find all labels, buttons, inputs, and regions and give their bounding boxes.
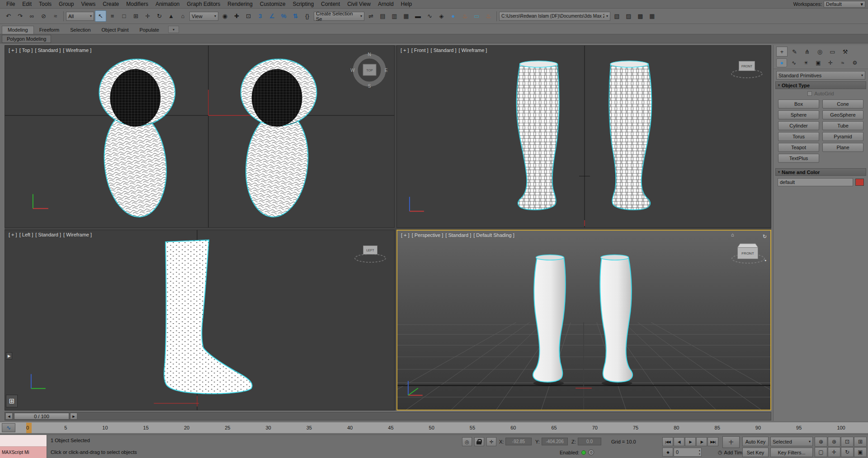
workspace-dropdown[interactable]: Default ▾ — [824, 1, 865, 8]
primitive-button[interactable]: Box — [778, 99, 819, 109]
name-and-color-rollout-header[interactable]: ▾ Name and Color — [775, 168, 866, 176]
menu-item[interactable]: Modifiers — [123, 0, 152, 8]
window-crossing-icon[interactable]: ⊞ — [130, 10, 142, 22]
viewcube-orbit-icon[interactable]: ↻ — [763, 234, 767, 240]
rectangular-selection-region-icon[interactable]: □ — [118, 10, 130, 22]
viewport-label-segment[interactable]: [ Standard ] — [431, 47, 457, 53]
primitive-button[interactable]: Teapot — [778, 143, 819, 152]
mirror-icon[interactable]: ⇌ — [365, 10, 377, 22]
selection-lock-icon[interactable] — [474, 437, 484, 446]
subcategory-dropdown[interactable]: Standard Primitives ▾ — [776, 71, 865, 80]
select-and-rotate-icon[interactable]: ↻ — [154, 10, 165, 22]
shapes-category-icon[interactable]: ∿ — [788, 58, 799, 67]
undo-icon[interactable]: ↶ — [3, 10, 14, 22]
enabled-count-badge[interactable]: 0 — [588, 449, 594, 455]
modify-tab[interactable]: ✎ — [789, 47, 800, 57]
zoom-all-icon[interactable]: ⊛ — [828, 437, 840, 447]
menu-item[interactable]: Rendering — [224, 0, 256, 8]
viewport-label-segment[interactable]: [ Standard ] — [445, 232, 471, 238]
select-by-name-icon[interactable]: ≡ — [107, 10, 118, 22]
cameras-category-icon[interactable]: ▣ — [813, 58, 824, 67]
bind-to-space-warp-icon[interactable]: ≈ — [50, 10, 61, 22]
primitive-button[interactable]: Sphere — [778, 110, 819, 119]
next-frame-icon[interactable]: |▶ — [696, 437, 707, 446]
viewport-label-segment[interactable]: [ Left ] — [19, 232, 33, 237]
lights-category-icon[interactable]: ☀ — [801, 58, 811, 67]
spinner-snap-icon[interactable]: ⇅ — [290, 10, 301, 22]
viewport-label-segment[interactable]: [ Wireframe ] — [63, 232, 92, 237]
viewcube-face-label[interactable]: LEFT — [363, 246, 377, 255]
menu-item[interactable]: Content — [317, 0, 344, 8]
align-icon[interactable]: ▤ — [377, 10, 388, 22]
viewcube[interactable]: FRONT — [730, 241, 766, 265]
next-frame-arrow-icon[interactable]: ► — [70, 413, 77, 420]
viewport-top[interactable]: [ + ][ Top ][ Standard ][ Wireframe ] TO… — [5, 45, 395, 228]
helpers-category-icon[interactable]: ✛ — [825, 58, 836, 67]
isolate-selection-icon[interactable]: ◎ — [462, 437, 472, 446]
menu-item[interactable]: Help — [397, 0, 416, 8]
viewport-label-segment[interactable]: [ Front ] — [411, 47, 429, 53]
go-to-start-icon[interactable]: |◀◀ — [662, 437, 673, 446]
named-selection-sets-dropdown[interactable]: Create Selection Se▾ — [314, 12, 364, 21]
viewcube-mini[interactable]: LEFT — [353, 244, 387, 264]
primitive-button[interactable]: Plane — [822, 143, 863, 152]
redo-icon[interactable]: ↷ — [14, 10, 26, 22]
viewcube-compass[interactable]: TOP N E S W — [350, 50, 389, 89]
previous-frame-arrow-icon[interactable]: ◄ — [5, 413, 13, 420]
viewport-label-segment[interactable]: [ Perspective ] — [412, 232, 443, 238]
auto-key-button[interactable]: Auto Key — [742, 437, 769, 446]
systems-category-icon[interactable]: ⚙ — [849, 58, 860, 67]
ribbon-tab[interactable]: Object Paint — [96, 26, 134, 34]
reference-coordinate-dropdown[interactable]: View▾ — [189, 12, 218, 21]
percent-snap-icon[interactable]: % — [278, 10, 289, 22]
selection-filter-dropdown[interactable]: All▾ — [66, 12, 94, 21]
pan-icon[interactable]: ✛ — [828, 447, 840, 457]
x-coord-field[interactable]: -92.85 — [505, 438, 532, 445]
menu-item[interactable]: Scripting — [289, 0, 317, 8]
schematic-view-icon[interactable]: ◈ — [436, 10, 447, 22]
select-and-link-icon[interactable]: ∞ — [26, 10, 38, 22]
maximize-viewport-icon[interactable]: ▣ — [854, 447, 867, 457]
key-mode-toggle-icon[interactable]: ◆ — [662, 448, 673, 457]
create-tab[interactable]: + — [776, 47, 788, 57]
viewport-label-segment[interactable]: [ Top ] — [19, 47, 33, 53]
polygon-modeling-panel-button[interactable]: Polygon Modeling — [2, 35, 51, 43]
ribbon-minimize-icon[interactable]: ▾ — [168, 26, 179, 33]
menu-item[interactable]: Animation — [152, 0, 183, 8]
window-panel-icon[interactable]: ▩ — [635, 10, 646, 22]
motion-tab[interactable]: ◎ — [814, 47, 826, 57]
ribbon-tab[interactable]: Freeform — [34, 26, 65, 34]
viewport-layout-tab-icon[interactable]: ▶ — [6, 352, 12, 359]
zoom-region-icon[interactable]: ▢ — [815, 447, 827, 457]
menu-item[interactable]: Tools — [35, 0, 55, 8]
viewport-layout-grid-icon[interactable]: ⊞ — [6, 395, 18, 407]
viewport-label-segment[interactable]: [ Wireframe ] — [63, 47, 91, 53]
menu-item[interactable]: Civil View — [344, 0, 374, 8]
viewport-label-segment[interactable]: [ + ] — [9, 232, 17, 237]
angle-snap-icon[interactable]: ∠ — [266, 10, 278, 22]
object-name-field[interactable]: default — [778, 178, 853, 186]
viewport-perspective[interactable]: [ + ][ Perspective ][ Standard ][ Defaul… — [396, 230, 771, 411]
viewcube-mini[interactable]: FRONT — [730, 59, 764, 80]
geometry-category-icon[interactable]: ● — [776, 58, 787, 67]
primitive-button[interactable]: Cone — [822, 99, 863, 109]
viewport-label-segment[interactable]: [ Wireframe ] — [458, 47, 487, 53]
primitive-button[interactable]: Cylinder — [778, 121, 819, 130]
primitive-button[interactable]: Tube — [822, 121, 863, 130]
viewport-label-segment[interactable]: [ Standard ] — [35, 47, 61, 53]
viewcube-home-icon[interactable]: ⌂ — [731, 232, 734, 237]
menu-item[interactable]: Views — [77, 0, 99, 8]
window-panel-icon[interactable]: ▨ — [623, 10, 634, 22]
viewport-label-segment[interactable]: [ + ] — [401, 232, 410, 238]
maxscript-macro-row[interactable] — [0, 435, 47, 447]
primitive-button[interactable]: GeoSphere — [822, 110, 863, 119]
spinner-arrows-icon[interactable]: ▲▼ — [698, 449, 701, 456]
toggle-scene-explorer-icon[interactable]: ▥ — [389, 10, 400, 22]
viewcube-settings-icon[interactable]: ● — [764, 259, 766, 262]
menu-item[interactable]: Group — [55, 0, 77, 8]
z-coord-field[interactable]: 0.0 — [578, 438, 601, 445]
select-and-scale-icon[interactable]: ▲ — [165, 10, 177, 22]
current-frame-field[interactable]: 0 ▲▼ — [674, 448, 702, 457]
time-slider-track[interactable]: ◄ 0 / 100 ► — [5, 412, 771, 420]
mini-curve-editor-icon[interactable]: ∿ — [2, 423, 15, 432]
